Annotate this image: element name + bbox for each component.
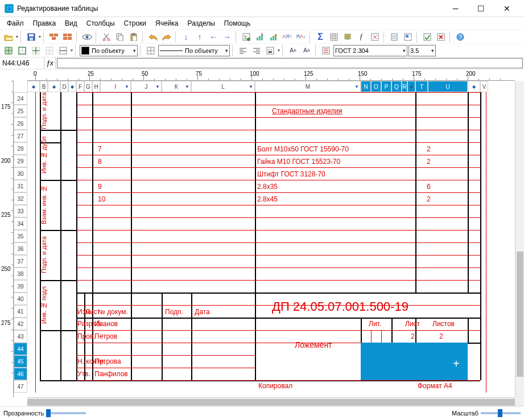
select-range-icon[interactable] (402, 31, 414, 43)
col-header[interactable]: ◆ (468, 81, 480, 92)
row-header[interactable]: 32 (14, 192, 27, 205)
col-header[interactable]: T (415, 81, 428, 92)
help-icon[interactable]: ? (454, 31, 467, 43)
border-none-icon[interactable] (43, 44, 56, 57)
row-header[interactable]: 43 (14, 330, 27, 343)
col-header[interactable]: ◆ (27, 81, 40, 92)
col-header[interactable]: ◆ (48, 81, 60, 92)
col-header[interactable]: O (371, 81, 381, 92)
copy-icon[interactable] (114, 31, 126, 43)
col-header[interactable]: ◆ (68, 81, 76, 92)
table-x-icon[interactable] (435, 31, 447, 43)
col-header[interactable]: V (480, 81, 488, 92)
align-special-icon[interactable]: ⬓ (264, 44, 277, 57)
sum-grid-icon[interactable]: Σ (240, 31, 253, 43)
row-header[interactable]: 45 (14, 355, 27, 368)
font-dialog-icon[interactable] (320, 44, 332, 57)
row-header[interactable]: 25 (14, 105, 27, 117)
function-icon[interactable]: ƒ (355, 31, 368, 43)
save-icon[interactable] (25, 31, 38, 43)
row-header[interactable]: 39 (14, 280, 27, 293)
menu-edit[interactable]: Правка (28, 18, 61, 28)
chart-new-icon[interactable]: * (254, 31, 266, 43)
border-all-icon[interactable] (2, 44, 15, 57)
col-header[interactable]: N (361, 81, 371, 92)
border-outer-icon[interactable] (16, 44, 28, 57)
row-header[interactable]: 30 (14, 167, 27, 180)
row-header[interactable]: 27 (14, 130, 27, 142)
increase-font-icon[interactable]: АА (287, 44, 299, 57)
menu-cell[interactable]: Ячейка (151, 18, 183, 28)
maximize-button[interactable]: ☐ (468, 0, 494, 17)
sort-az-down-icon[interactable]: ЯА↓ (295, 31, 307, 43)
formula-input[interactable] (57, 58, 523, 68)
col-header[interactable]: Q (391, 81, 402, 92)
row-header[interactable]: 24 (14, 92, 27, 105)
col-header[interactable]: U (428, 81, 468, 92)
col-header[interactable]: B (40, 81, 48, 92)
sigma-icon[interactable]: Σ (314, 31, 327, 43)
line-style-combo[interactable]: По объекту▾ (158, 45, 230, 56)
grid-icon[interactable] (328, 31, 340, 43)
row-header[interactable]: 31 (14, 180, 27, 192)
fill-style-combo[interactable]: По объекту▾ (80, 45, 138, 56)
menu-file[interactable]: Файл (2, 18, 28, 28)
row-header[interactable]: 35 (14, 230, 27, 242)
row-header[interactable]: 40 (14, 293, 27, 305)
formula-cross-icon[interactable] (369, 31, 381, 43)
border-inner-icon[interactable] (30, 44, 42, 57)
row-header[interactable]: 37 (14, 255, 27, 267)
menu-view[interactable]: Вид (60, 18, 82, 28)
open-icon[interactable] (2, 31, 15, 43)
row-header[interactable]: 26 (14, 117, 27, 130)
arrow-down-icon[interactable]: ↓ (180, 31, 192, 43)
col-header[interactable]: I▼ (100, 81, 131, 92)
row-header[interactable]: 33 (14, 205, 27, 217)
col-header[interactable]: M▼ (255, 81, 361, 92)
row-header[interactable]: 41 (14, 305, 27, 318)
menu-rows[interactable]: Строки (119, 18, 151, 28)
undo-icon[interactable] (147, 31, 159, 43)
font-size-combo[interactable]: 3.5▾ (409, 45, 436, 56)
col-header[interactable]: K▼ (162, 81, 191, 92)
brick-merge-icon[interactable] (48, 31, 60, 43)
book-icon[interactable] (341, 31, 354, 43)
arrow-up-icon[interactable]: ↑ (193, 31, 206, 43)
menu-help[interactable]: Помощь (220, 18, 255, 28)
col-header[interactable]: L▼ (191, 81, 255, 92)
row-header[interactable]: 46 (14, 368, 27, 380)
cell-reference[interactable]: N44:U46 (0, 57, 44, 69)
row-header[interactable]: 34 (14, 217, 27, 230)
cut-icon[interactable] (100, 31, 113, 43)
row-header[interactable]: 47 (14, 380, 27, 393)
col-header[interactable]: G (84, 81, 92, 92)
selection-range[interactable] (361, 343, 468, 380)
chart-edit-icon[interactable] (267, 31, 280, 43)
horizontal-ruler[interactable]: 0255075100125150175200 (27, 69, 515, 81)
col-header[interactable]: H (92, 81, 100, 92)
minimize-button[interactable]: ─ (443, 0, 468, 17)
brick-split-icon[interactable] (61, 31, 74, 43)
font-name-combo[interactable]: ГОСТ 2.304▾ (333, 45, 407, 56)
sort-az-up-icon[interactable]: АЯ↑ (281, 31, 294, 43)
paste-icon[interactable] (127, 31, 140, 43)
row-header[interactable]: 36 (14, 242, 27, 255)
decrease-font-icon[interactable]: АА (300, 44, 313, 57)
row-header[interactable]: 38 (14, 267, 27, 280)
drawing-canvas[interactable]: Подп. и датаИнв. № дублВзам. инв. №Подп.… (27, 92, 515, 397)
col-header[interactable]: R (402, 81, 407, 92)
transparency-slider[interactable] (46, 412, 86, 414)
col-header[interactable]: J▼ (131, 81, 162, 92)
menu-sections[interactable]: Разделы (183, 18, 220, 28)
page-setup-icon[interactable] (388, 31, 401, 43)
col-header[interactable]: ◆ (407, 81, 415, 92)
redo-icon[interactable] (160, 31, 173, 43)
table-check-icon[interactable] (421, 31, 434, 43)
border-custom-icon[interactable] (57, 44, 69, 57)
row-header[interactable]: 42 (14, 318, 27, 330)
close-button[interactable]: ✕ (494, 0, 519, 17)
menu-columns[interactable]: Столбцы (82, 18, 119, 28)
eye-icon[interactable] (81, 31, 93, 43)
scale-slider[interactable] (481, 412, 521, 414)
row-header[interactable]: 44 (14, 343, 27, 355)
